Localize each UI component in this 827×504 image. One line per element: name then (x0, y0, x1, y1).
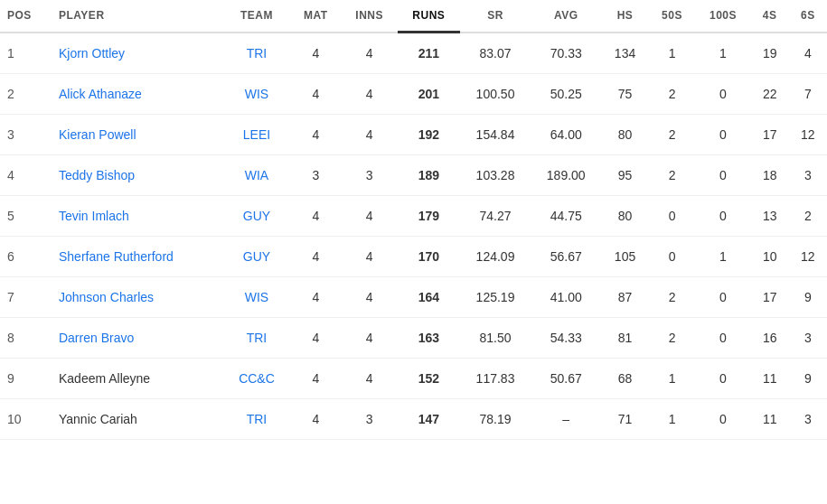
sr-cell: 154.84 (460, 115, 531, 155)
avg-cell: 189.00 (531, 155, 601, 196)
4s-cell: 18 (751, 155, 789, 196)
runs-cell: 170 (398, 237, 460, 277)
avg-cell: 70.33 (531, 33, 601, 74)
mat-header: MAT (290, 0, 342, 33)
pos-cell: 6 (0, 237, 52, 277)
header-row: POS PLAYER TEAM MAT INNS RUNS SR AVG HS … (0, 0, 827, 33)
inns-cell: 4 (342, 196, 398, 237)
avg-cell: 56.67 (531, 237, 601, 277)
mat-cell: 4 (290, 115, 342, 155)
player-name[interactable]: Kjorn Ottley (52, 33, 223, 74)
sr-cell: 124.09 (460, 237, 531, 277)
team-name[interactable]: TRI (223, 33, 290, 74)
team-name[interactable]: WIS (223, 277, 290, 318)
pos-cell: 5 (0, 196, 52, 237)
avg-cell: 54.33 (531, 318, 601, 359)
6s-cell: 12 (789, 237, 827, 277)
inns-cell: 4 (342, 115, 398, 155)
runs-cell: 179 (398, 196, 460, 237)
sr-cell: 125.19 (460, 277, 531, 318)
avg-cell: 50.25 (531, 74, 601, 115)
player-name[interactable]: Tevin Imlach (52, 196, 223, 237)
inns-cell: 4 (342, 237, 398, 277)
mat-cell: 4 (290, 399, 342, 440)
hs-cell: 87 (601, 277, 648, 318)
hs-cell: 134 (601, 33, 648, 74)
4s-cell: 11 (751, 359, 789, 399)
50s-cell: 0 (649, 196, 696, 237)
inns-cell: 4 (342, 318, 398, 359)
4s-cell: 19 (751, 33, 789, 74)
100s-cell: 0 (695, 74, 750, 115)
sr-header: SR (460, 0, 531, 33)
100s-cell: 0 (695, 277, 750, 318)
team-header: TEAM (223, 0, 290, 33)
inns-cell: 4 (342, 359, 398, 399)
pos-cell: 8 (0, 318, 52, 359)
player-name[interactable]: Johnson Charles (52, 277, 223, 318)
inns-header: INNS (342, 0, 398, 33)
sr-cell: 74.27 (460, 196, 531, 237)
sr-cell: 117.83 (460, 359, 531, 399)
6s-cell: 4 (789, 33, 827, 74)
stats-table: POS PLAYER TEAM MAT INNS RUNS SR AVG HS … (0, 0, 827, 440)
6s-cell: 7 (789, 74, 827, 115)
team-name[interactable]: GUY (223, 196, 290, 237)
6s-cell: 3 (789, 155, 827, 196)
sr-cell: 83.07 (460, 33, 531, 74)
sr-cell: 100.50 (460, 74, 531, 115)
runs-header: RUNS (398, 0, 460, 33)
50s-cell: 0 (649, 237, 696, 277)
4s-cell: 11 (751, 399, 789, 440)
hs-cell: 95 (601, 155, 648, 196)
player-name[interactable]: Sherfane Rutherford (52, 237, 223, 277)
mat-cell: 4 (290, 277, 342, 318)
player-name[interactable]: Teddy Bishop (52, 155, 223, 196)
4s-cell: 16 (751, 318, 789, 359)
runs-cell: 192 (398, 115, 460, 155)
100s-cell: 0 (695, 196, 750, 237)
50s-cell: 2 (649, 155, 696, 196)
pos-cell: 2 (0, 74, 52, 115)
hs-cell: 81 (601, 318, 648, 359)
table-row: 10 Yannic Cariah TRI 4 3 147 78.19 – 71 … (0, 399, 827, 440)
table-row: 5 Tevin Imlach GUY 4 4 179 74.27 44.75 8… (0, 196, 827, 237)
avg-cell: 41.00 (531, 277, 601, 318)
pos-cell: 4 (0, 155, 52, 196)
team-name[interactable]: GUY (223, 237, 290, 277)
4s-header: 4S (751, 0, 789, 33)
mat-cell: 3 (290, 155, 342, 196)
6s-cell: 3 (789, 399, 827, 440)
pos-cell: 9 (0, 359, 52, 399)
50s-cell: 2 (649, 115, 696, 155)
player-name[interactable]: Darren Bravo (52, 318, 223, 359)
avg-cell: – (531, 399, 601, 440)
100s-cell: 0 (695, 155, 750, 196)
runs-cell: 189 (398, 155, 460, 196)
runs-cell: 211 (398, 33, 460, 74)
6s-cell: 9 (789, 359, 827, 399)
hs-cell: 80 (601, 196, 648, 237)
6s-cell: 2 (789, 196, 827, 237)
50s-cell: 2 (649, 277, 696, 318)
hs-header: HS (601, 0, 648, 33)
mat-cell: 4 (290, 74, 342, 115)
table-row: 7 Johnson Charles WIS 4 4 164 125.19 41.… (0, 277, 827, 318)
team-name[interactable]: WIS (223, 74, 290, 115)
team-name[interactable]: WIA (223, 155, 290, 196)
table-row: 1 Kjorn Ottley TRI 4 4 211 83.07 70.33 1… (0, 33, 827, 74)
player-name[interactable]: Kieran Powell (52, 115, 223, 155)
100s-cell: 1 (695, 237, 750, 277)
50s-cell: 1 (649, 33, 696, 74)
player-name[interactable]: Alick Athanaze (52, 74, 223, 115)
hs-cell: 68 (601, 359, 648, 399)
table-row: 9 Kadeem Alleyne CC&C 4 4 152 117.83 50.… (0, 359, 827, 399)
6s-cell: 9 (789, 277, 827, 318)
avg-header: AVG (531, 0, 601, 33)
table-row: 2 Alick Athanaze WIS 4 4 201 100.50 50.2… (0, 74, 827, 115)
team-name[interactable]: LEEI (223, 115, 290, 155)
runs-cell: 152 (398, 359, 460, 399)
team-name[interactable]: TRI (223, 318, 290, 359)
player-name: Yannic Cariah (52, 399, 223, 440)
inns-cell: 3 (342, 399, 398, 440)
